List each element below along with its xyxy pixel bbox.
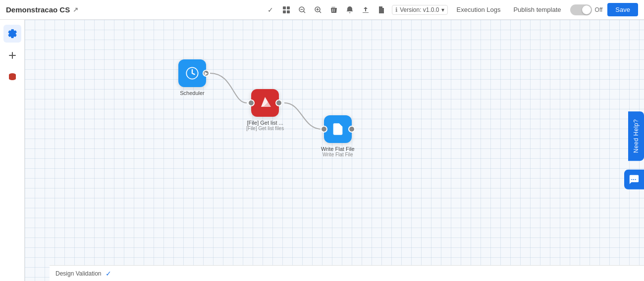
svg-line-8 bbox=[320, 11, 322, 13]
chat-button[interactable] bbox=[624, 170, 644, 189]
scheduler-node-box[interactable]: ▶ bbox=[178, 59, 206, 87]
flatfile-label: Write Flat File bbox=[321, 146, 355, 152]
execution-logs-button[interactable]: Execution Logs bbox=[453, 4, 505, 15]
svg-line-5 bbox=[304, 11, 306, 13]
canvas[interactable]: ▶ Scheduler [File] Get list ... [ bbox=[25, 20, 644, 281]
upload-icon[interactable] bbox=[360, 4, 371, 15]
page-title: Demonstracao CS ↗ bbox=[6, 5, 78, 14]
flatfile-node-box[interactable] bbox=[324, 115, 352, 143]
scheduler-label: Scheduler bbox=[180, 90, 205, 96]
sidebar bbox=[0, 20, 25, 281]
zoom-in-icon[interactable] bbox=[313, 4, 323, 15]
sidebar-item-database[interactable] bbox=[3, 68, 21, 86]
flatfile-output-port[interactable] bbox=[348, 126, 355, 133]
need-help-button[interactable]: Need Help? bbox=[628, 111, 644, 161]
azure-label: [File] Get list ... bbox=[247, 120, 283, 126]
azure-input-port[interactable] bbox=[248, 99, 255, 106]
delete-icon[interactable] bbox=[328, 4, 339, 15]
svg-rect-1 bbox=[287, 6, 290, 9]
design-validation-label: Design Validation bbox=[55, 270, 102, 277]
svg-rect-2 bbox=[283, 10, 286, 13]
header: Demonstracao CS ↗ ✓ bbox=[0, 0, 644, 20]
bell-icon[interactable] bbox=[344, 4, 355, 15]
flatfile-sublabel: Write Flat File bbox=[322, 152, 353, 157]
version-selector[interactable]: ℹ Version: v1.0.0 ▾ bbox=[392, 5, 447, 15]
external-link-icon[interactable]: ↗ bbox=[73, 6, 78, 13]
azure-output-port[interactable] bbox=[275, 99, 282, 106]
right-help-panel: Need Help? bbox=[624, 111, 644, 189]
version-label: Version: v1.0.0 bbox=[400, 6, 439, 13]
check-icon[interactable]: ✓ bbox=[265, 4, 276, 15]
sidebar-item-add[interactable] bbox=[3, 47, 21, 64]
toolbar: ✓ bbox=[265, 3, 638, 16]
validation-check-icon: ✓ bbox=[106, 270, 111, 278]
azure-node[interactable]: [File] Get list ... [File] Get list file… bbox=[246, 89, 284, 131]
scheduler-output-port[interactable]: ▶ bbox=[203, 70, 210, 77]
toggle-wrapper: Off bbox=[570, 4, 603, 15]
title-text: Demonstracao CS bbox=[6, 5, 70, 14]
svg-rect-3 bbox=[287, 10, 290, 13]
zoom-out-icon[interactable] bbox=[297, 4, 308, 15]
scheduler-node[interactable]: ▶ Scheduler bbox=[178, 59, 206, 96]
sidebar-item-settings[interactable] bbox=[3, 25, 21, 43]
bottom-bar: Design Validation ✓ bbox=[50, 265, 644, 281]
azure-sublabel: [File] Get list files bbox=[246, 126, 284, 131]
flatfile-node[interactable]: Write Flat File Write Flat File bbox=[321, 115, 355, 157]
publish-template-button[interactable]: Publish template bbox=[509, 4, 565, 15]
toggle-label: Off bbox=[595, 6, 603, 13]
document-icon[interactable] bbox=[376, 4, 387, 15]
flatfile-input-port[interactable] bbox=[321, 126, 327, 133]
save-button[interactable]: Save bbox=[607, 3, 638, 16]
grid-icon[interactable] bbox=[281, 4, 292, 15]
svg-rect-0 bbox=[283, 6, 286, 9]
toggle-thumb bbox=[582, 5, 591, 14]
azure-node-box[interactable] bbox=[251, 89, 279, 117]
main-layout: ▶ Scheduler [File] Get list ... [ bbox=[0, 20, 644, 281]
version-info-icon: ℹ bbox=[395, 6, 398, 13]
version-chevron: ▾ bbox=[441, 6, 444, 13]
on-off-toggle[interactable] bbox=[570, 4, 592, 15]
